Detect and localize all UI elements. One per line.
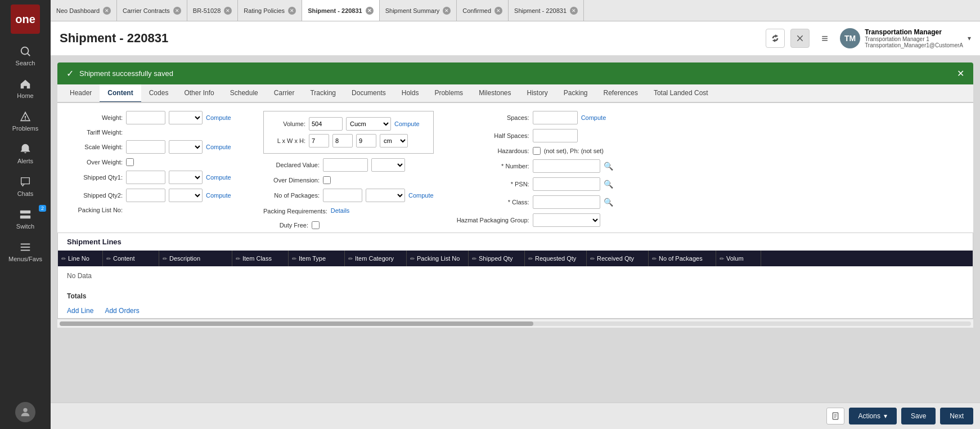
tab-close-rating-policies[interactable]: ✕ bbox=[288, 7, 296, 15]
sidebar-item-alerts[interactable]: Alerts bbox=[0, 137, 51, 170]
shipped-qty2-input[interactable] bbox=[126, 189, 165, 202]
over-weight-checkbox[interactable] bbox=[126, 158, 134, 166]
scrollbar-thumb[interactable] bbox=[60, 321, 533, 326]
tab-content[interactable]: Content bbox=[100, 84, 141, 103]
tab-close-shipment2[interactable]: ✕ bbox=[570, 7, 578, 15]
col-received-qty[interactable]: ✏ Received Qty bbox=[587, 251, 649, 266]
add-line-link[interactable]: Add Line bbox=[67, 307, 93, 315]
no-of-packages-input[interactable] bbox=[323, 189, 362, 202]
hamburger-button[interactable]: ≡ bbox=[815, 29, 834, 48]
tab-holds[interactable]: Holds bbox=[394, 84, 427, 103]
add-orders-link[interactable]: Add Orders bbox=[105, 307, 139, 315]
sidebar-item-search[interactable]: Search bbox=[0, 39, 51, 72]
h-input[interactable] bbox=[356, 134, 376, 148]
spaces-compute-link[interactable]: Compute bbox=[581, 114, 606, 121]
col-line-no[interactable]: ✏ Line No bbox=[58, 251, 103, 266]
tab-shipment-220831-1[interactable]: Shipment - 220831 ✕ bbox=[302, 0, 380, 21]
banner-close-button[interactable]: ✕ bbox=[957, 68, 964, 79]
sidebar-item-home[interactable]: Home bbox=[0, 72, 51, 105]
tab-br51028[interactable]: BR-51028 ✕ bbox=[187, 0, 239, 21]
declared-value-currency[interactable] bbox=[371, 158, 405, 172]
weight-unit-select[interactable] bbox=[169, 111, 203, 124]
hazardous-checkbox[interactable] bbox=[533, 147, 541, 155]
class-input[interactable] bbox=[533, 195, 600, 209]
tab-milestones[interactable]: Milestones bbox=[471, 84, 519, 103]
volume-input[interactable] bbox=[309, 117, 343, 131]
packing-details-link[interactable]: Details bbox=[331, 207, 350, 214]
no-of-packages-unit[interactable] bbox=[366, 189, 405, 202]
refresh-button[interactable] bbox=[766, 29, 785, 48]
tab-confirmed[interactable]: Confirmed ✕ bbox=[457, 0, 509, 21]
weight-compute-link[interactable]: Compute bbox=[206, 114, 231, 121]
declared-value-input[interactable] bbox=[323, 158, 368, 172]
spaces-input[interactable] bbox=[533, 111, 578, 124]
duty-free-checkbox[interactable] bbox=[312, 221, 320, 229]
tab-other-info[interactable]: Other Info bbox=[176, 84, 222, 103]
tab-carrier[interactable]: Carrier bbox=[266, 84, 303, 103]
col-item-category[interactable]: ✏ Item Category bbox=[345, 251, 407, 266]
shipped-qty2-compute-link[interactable]: Compute bbox=[206, 192, 231, 199]
scale-weight-unit[interactable] bbox=[169, 140, 203, 154]
half-spaces-input[interactable] bbox=[533, 129, 578, 142]
shipped-qty1-unit[interactable] bbox=[169, 171, 203, 184]
col-item-class[interactable]: ✏ Item Class bbox=[232, 251, 289, 266]
lwxh-unit-select[interactable]: cm bbox=[380, 134, 408, 148]
tab-rating-policies[interactable]: Rating Policies ✕ bbox=[238, 0, 302, 21]
tab-close-neo-dashboard[interactable]: ✕ bbox=[103, 7, 111, 15]
footer-icon-button[interactable] bbox=[826, 408, 844, 424]
scale-weight-compute-link[interactable]: Compute bbox=[206, 144, 231, 150]
shipped-qty1-compute-link[interactable]: Compute bbox=[206, 174, 231, 181]
sidebar-item-switch[interactable]: Switch 2 bbox=[0, 203, 51, 235]
weight-input[interactable] bbox=[126, 111, 165, 124]
l-input[interactable] bbox=[309, 134, 329, 148]
next-button[interactable]: Next bbox=[940, 408, 973, 424]
actions-button[interactable]: Actions ▾ bbox=[849, 408, 897, 424]
over-dimension-checkbox[interactable] bbox=[323, 176, 331, 184]
tab-close-confirmed[interactable]: ✕ bbox=[495, 7, 502, 15]
close-button[interactable] bbox=[790, 29, 810, 48]
horizontal-scrollbar[interactable] bbox=[57, 319, 973, 328]
col-requested-qty[interactable]: ✏ Requested Qty bbox=[525, 251, 587, 266]
tab-references[interactable]: References bbox=[596, 84, 646, 103]
tab-close-shipment-summary[interactable]: ✕ bbox=[443, 7, 451, 15]
tab-tracking[interactable]: Tracking bbox=[302, 84, 344, 103]
tab-shipment-summary[interactable]: Shipment Summary ✕ bbox=[380, 0, 457, 21]
user-avatar-sidebar[interactable] bbox=[15, 402, 35, 422]
sidebar-item-chats[interactable]: Chats bbox=[0, 170, 51, 203]
col-item-type[interactable]: ✏ Item Type bbox=[289, 251, 345, 266]
shipped-qty1-input[interactable] bbox=[126, 171, 165, 184]
tab-schedule[interactable]: Schedule bbox=[222, 84, 266, 103]
scale-weight-input[interactable] bbox=[126, 140, 165, 154]
class-lookup-icon[interactable]: 🔍 bbox=[604, 198, 613, 207]
hazmat-packaging-group-select[interactable] bbox=[533, 213, 600, 227]
user-dropdown-arrow[interactable]: ▾ bbox=[968, 34, 971, 42]
col-content[interactable]: ✏ Content bbox=[103, 251, 159, 266]
number-input[interactable] bbox=[533, 159, 600, 173]
shipped-qty2-unit[interactable] bbox=[169, 189, 203, 202]
tab-carrier-contracts[interactable]: Carrier Contracts ✕ bbox=[117, 0, 187, 21]
col-shipped-qty[interactable]: ✏ Shipped Qty bbox=[469, 251, 525, 266]
col-no-of-packages[interactable]: ✏ No of Packages bbox=[649, 251, 716, 266]
sidebar-item-problems[interactable]: Problems bbox=[0, 105, 51, 137]
col-volume[interactable]: ✏ Volum bbox=[716, 251, 761, 266]
tab-total-landed-cost[interactable]: Total Landed Cost bbox=[646, 84, 716, 103]
volume-unit-select[interactable]: Cucm bbox=[346, 117, 391, 131]
tab-header[interactable]: Header bbox=[62, 84, 100, 103]
tab-documents[interactable]: Documents bbox=[344, 84, 394, 103]
logo[interactable]: one bbox=[11, 5, 40, 34]
sidebar-item-menus[interactable]: Menus/Favs bbox=[0, 235, 51, 268]
no-of-packages-compute-link[interactable]: Compute bbox=[408, 192, 434, 199]
tab-packing[interactable]: Packing bbox=[556, 84, 596, 103]
tab-close-br51028[interactable]: ✕ bbox=[224, 7, 232, 15]
tab-shipment-220831-2[interactable]: Shipment - 220831 ✕ bbox=[509, 0, 584, 21]
w-input[interactable] bbox=[332, 134, 353, 148]
psn-input[interactable] bbox=[533, 177, 600, 191]
tab-neo-dashboard[interactable]: Neo Dashboard ✕ bbox=[51, 0, 117, 21]
number-lookup-icon[interactable]: 🔍 bbox=[604, 162, 613, 171]
col-description[interactable]: ✏ Description bbox=[159, 251, 232, 266]
col-packing-list-no[interactable]: ✏ Packing List No bbox=[407, 251, 469, 266]
tab-close-carrier-contracts[interactable]: ✕ bbox=[173, 7, 181, 15]
psn-lookup-icon[interactable]: 🔍 bbox=[604, 180, 613, 189]
tab-problems[interactable]: Problems bbox=[426, 84, 471, 103]
volume-compute-link[interactable]: Compute bbox=[394, 120, 420, 127]
